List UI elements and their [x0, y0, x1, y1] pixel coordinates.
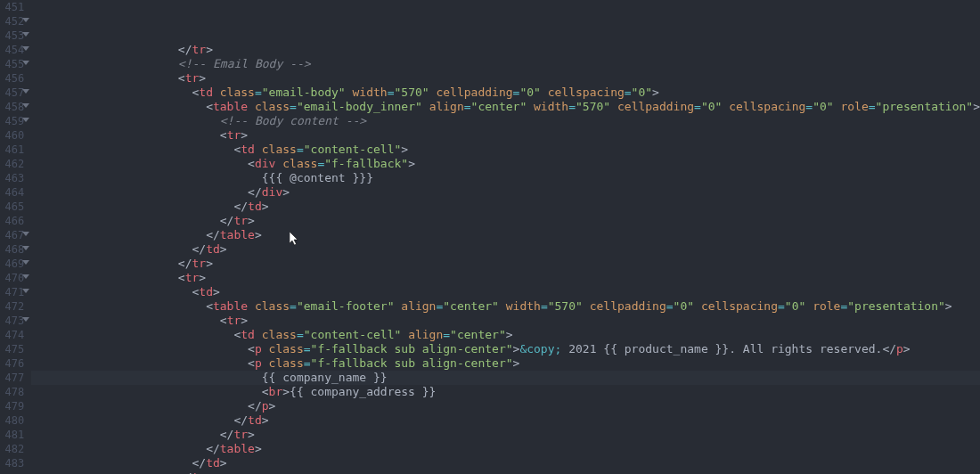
code-line[interactable]: <br>{{ company_address }}	[31, 385, 980, 399]
line-number[interactable]: 474	[4, 328, 24, 342]
code-line[interactable]: <!-- Body content -->	[31, 114, 980, 128]
code-line[interactable]: <td class="content-cell">	[31, 143, 980, 157]
line-gutter[interactable]: 4514524534544554564574584594604614624634…	[0, 0, 31, 474]
line-number[interactable]: 470	[4, 271, 24, 285]
line-number[interactable]: 477	[4, 371, 24, 385]
line-number[interactable]: 466	[4, 214, 24, 228]
code-line[interactable]: <!-- Email Body -->	[31, 57, 980, 71]
fold-marker-icon[interactable]	[22, 18, 29, 22]
code-editor[interactable]: 4514524534544554564574584594604614624634…	[0, 0, 980, 474]
line-number[interactable]: 468	[4, 242, 24, 257]
fold-marker-icon[interactable]	[22, 274, 29, 279]
fold-marker-icon[interactable]	[22, 32, 29, 37]
line-number[interactable]: 452	[4, 14, 24, 29]
fold-marker-icon[interactable]	[22, 232, 29, 236]
code-line[interactable]: <tr>	[31, 128, 980, 143]
line-number[interactable]: 473	[4, 314, 24, 328]
code-line[interactable]: </td>	[31, 413, 980, 428]
line-number[interactable]: 479	[4, 399, 24, 413]
code-line[interactable]: <p class="f-fallback sub align-center">&…	[31, 342, 980, 356]
line-number[interactable]: 459	[4, 114, 24, 128]
code-line[interactable]: <td class="content-cell" align="center">	[31, 328, 980, 342]
code-line[interactable]: </div>	[31, 185, 980, 200]
code-line[interactable]: </table>	[31, 442, 980, 456]
line-number[interactable]: 465	[4, 200, 24, 214]
code-line[interactable]: <p class="f-fallback sub align-center">	[31, 356, 980, 371]
line-number[interactable]: 472	[4, 299, 24, 314]
line-number[interactable]: 455	[4, 57, 24, 71]
line-number[interactable]: 475	[4, 342, 24, 356]
line-number[interactable]: 451	[4, 0, 24, 14]
fold-marker-icon[interactable]	[22, 103, 29, 108]
line-number[interactable]: 462	[4, 157, 24, 171]
line-number[interactable]: 467	[4, 228, 24, 242]
code-line[interactable]: </td>	[31, 200, 980, 214]
code-line[interactable]: <div class="f-fallback">	[31, 157, 980, 171]
line-number[interactable]: 471	[4, 285, 24, 299]
line-number[interactable]: 453	[4, 29, 24, 43]
line-number[interactable]: 464	[4, 185, 24, 200]
fold-marker-icon[interactable]	[22, 260, 29, 265]
fold-marker-icon[interactable]	[22, 46, 29, 51]
code-line[interactable]: {{{ @content }}}	[31, 171, 980, 185]
line-number[interactable]: 482	[4, 442, 24, 456]
code-line[interactable]: </table>	[31, 228, 980, 242]
code-line[interactable]: <tr>	[31, 314, 980, 328]
code-line[interactable]: <td>	[31, 285, 980, 299]
code-line[interactable]: <td class="email-body" width="570" cellp…	[31, 86, 980, 100]
line-number[interactable]: 460	[4, 128, 24, 143]
code-line[interactable]: {{ company_name }}	[31, 371, 980, 385]
line-number[interactable]: 481	[4, 428, 24, 442]
fold-marker-icon[interactable]	[22, 89, 29, 94]
line-number[interactable]: 461	[4, 143, 24, 157]
line-number[interactable]: 463	[4, 171, 24, 185]
line-number[interactable]: 478	[4, 385, 24, 399]
code-area[interactable]: </tr> <!-- Email Body --> <tr> <td class…	[31, 0, 980, 474]
code-line[interactable]: </tr>	[31, 214, 980, 228]
code-line[interactable]: </tr>	[31, 43, 980, 57]
line-number[interactable]: 456	[4, 71, 24, 86]
code-line[interactable]: <tr>	[31, 271, 980, 285]
line-number[interactable]: 457	[4, 86, 24, 100]
line-number[interactable]: 458	[4, 100, 24, 114]
code-line[interactable]: </p>	[31, 399, 980, 413]
code-line[interactable]: <tr>	[31, 71, 980, 86]
fold-marker-icon[interactable]	[22, 246, 29, 250]
code-line[interactable]: </tr>	[31, 470, 980, 474]
code-line[interactable]: </tr>	[31, 428, 980, 442]
line-number[interactable]: 454	[4, 43, 24, 57]
line-number[interactable]: 483	[4, 456, 24, 470]
code-line[interactable]: <table class="email-footer" align="cente…	[31, 299, 980, 314]
line-number[interactable]: 480	[4, 413, 24, 428]
fold-marker-icon[interactable]	[22, 317, 29, 322]
code-line[interactable]: </td>	[31, 242, 980, 257]
fold-marker-icon[interactable]	[22, 118, 29, 122]
code-line[interactable]: </td>	[31, 456, 980, 470]
code-line[interactable]: </tr>	[31, 257, 980, 271]
line-number[interactable]: 476	[4, 356, 24, 371]
fold-marker-icon[interactable]	[22, 289, 29, 293]
fold-marker-icon[interactable]	[22, 61, 29, 65]
code-line[interactable]: <table class="email-body_inner" align="c…	[31, 100, 980, 114]
line-number[interactable]: 469	[4, 257, 24, 271]
